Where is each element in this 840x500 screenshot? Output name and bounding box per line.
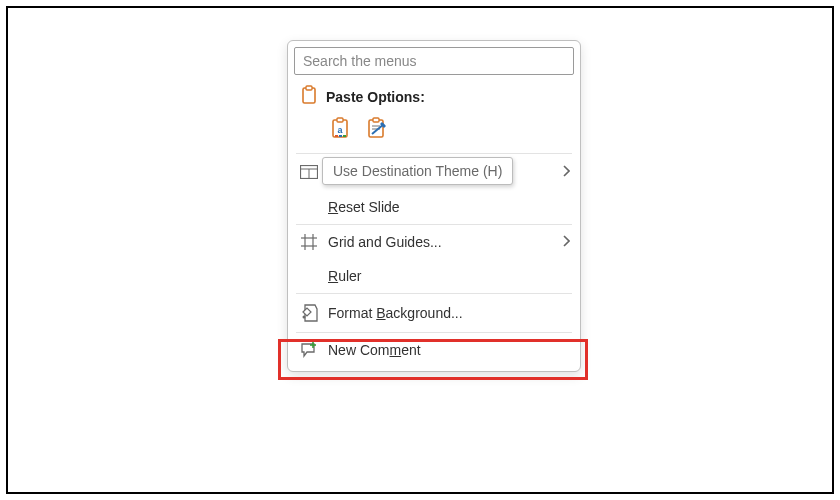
svg-point-19 [302, 316, 305, 319]
paste-keep-source-formatting-icon[interactable] [366, 116, 388, 143]
menu-item-format-background[interactable]: Format Background... [288, 294, 580, 332]
menu-item-reset-slide[interactable]: Reset Slide [288, 190, 580, 224]
clipboard-icon [300, 85, 318, 108]
layout-icon [300, 165, 318, 179]
menu-item-grid-guides[interactable]: Grid and Guides... [288, 225, 580, 259]
new-comment-label: New Comment [328, 342, 570, 358]
grid-guides-label: Grid and Guides... [328, 234, 552, 250]
grid-icon [300, 234, 318, 250]
chevron-right-icon [562, 234, 570, 250]
svg-rect-1 [306, 86, 312, 90]
chevron-right-icon [562, 164, 570, 180]
menu-item-new-comment[interactable]: New Comment [288, 333, 580, 367]
svg-rect-3 [337, 118, 343, 122]
reset-slide-label: Reset Slide [328, 199, 570, 215]
menu-item-layout[interactable]: Use Destination Theme (H) [288, 154, 580, 190]
context-menu: Search the menus Paste Options: a [287, 40, 581, 372]
new-comment-icon [300, 342, 318, 358]
svg-rect-9 [373, 118, 379, 122]
paste-options-section: Paste Options: a [288, 79, 580, 153]
paste-options-label: Paste Options: [326, 89, 425, 105]
menu-search-input[interactable]: Search the menus [294, 47, 574, 75]
search-placeholder: Search the menus [303, 53, 417, 69]
svg-text:a: a [337, 125, 343, 135]
paste-use-destination-theme-icon[interactable]: a [330, 116, 352, 143]
format-background-icon [300, 304, 318, 322]
layout-tooltip: Use Destination Theme (H) [322, 157, 513, 185]
svg-rect-6 [339, 135, 342, 137]
format-background-label: Format Background... [328, 305, 570, 321]
ruler-label: Ruler [328, 268, 570, 284]
menu-item-ruler[interactable]: Ruler [288, 259, 580, 293]
svg-rect-7 [343, 135, 346, 137]
svg-rect-5 [335, 135, 338, 137]
